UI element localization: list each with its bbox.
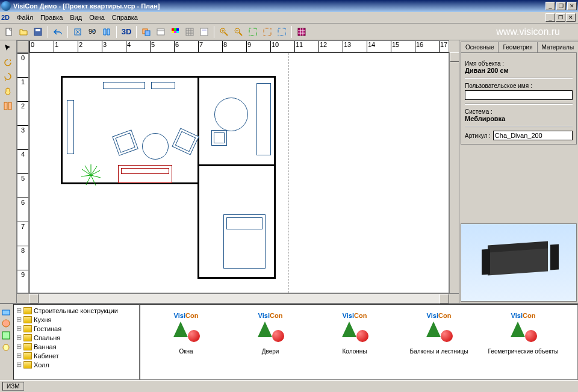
object-3d-preview[interactable] — [461, 223, 577, 302]
lib-mode-materials-icon[interactable] — [1, 319, 11, 328]
doc-minimize-button[interactable]: _ — [545, 13, 555, 22]
furniture-chair[interactable] — [211, 130, 227, 146]
menu-edit[interactable]: Правка — [37, 13, 66, 22]
lib-mode-textures-icon[interactable] — [1, 331, 11, 340]
tree-item[interactable]: ⊞Холл — [15, 360, 138, 369]
furniture-coffee-table[interactable] — [142, 133, 169, 160]
library-item[interactable]: VisiConДвери — [234, 310, 306, 375]
grid-button[interactable] — [183, 25, 196, 39]
move-tool-button[interactable] — [1, 70, 14, 84]
rotate-tool-button[interactable] — [1, 56, 14, 69]
tree-item[interactable]: ⊞Кабинет — [15, 351, 138, 360]
furniture-dining-table[interactable] — [214, 98, 248, 131]
watermark-text: www.visicon.ru — [496, 26, 560, 37]
lib-mode-objects-icon[interactable] — [1, 306, 11, 316]
svg-rect-20 — [200, 28, 208, 36]
svg-rect-13 — [174, 31, 176, 33]
library-item[interactable]: VisiConОкна — [150, 310, 222, 375]
zoom-all-button[interactable] — [275, 25, 288, 39]
menu-help[interactable]: Справка — [108, 13, 141, 22]
guide-line — [288, 53, 289, 293]
svg-rect-6 — [145, 31, 150, 36]
tree-item[interactable]: ⊞Строительные конструкции — [15, 306, 138, 315]
minimize-button[interactable]: _ — [545, 2, 555, 10]
menu-view[interactable]: Вид — [66, 13, 85, 22]
lib-mode-lights-icon[interactable] — [1, 343, 11, 352]
zoom-region-button[interactable] — [261, 25, 274, 39]
library-panel: ⊞Строительные конструкции⊞Кухня⊞Гостиная… — [0, 303, 578, 380]
scroll-right-button[interactable] — [440, 294, 449, 303]
scroll-left-button[interactable] — [29, 294, 39, 303]
svg-rect-29 — [249, 28, 256, 36]
svg-rect-31 — [278, 28, 285, 36]
tab-materials[interactable]: Материалы — [537, 42, 578, 52]
zoom-in-button[interactable] — [217, 25, 231, 39]
doc-close-button[interactable]: ✕ — [566, 13, 576, 22]
tree-item[interactable]: ⊞Ванная — [15, 342, 138, 351]
zoom-out-button[interactable] — [232, 25, 245, 39]
scrollbar-vertical[interactable] — [449, 52, 459, 293]
color-button[interactable] — [169, 25, 182, 39]
mirror-tool-button[interactable] — [1, 99, 14, 113]
undo-button[interactable] — [51, 25, 64, 39]
svg-rect-39 — [2, 310, 10, 315]
svg-rect-30 — [264, 28, 271, 36]
new-file-button[interactable] — [2, 25, 16, 39]
menu-file[interactable]: Файл — [13, 13, 37, 22]
properties-button[interactable] — [154, 25, 167, 39]
close-button[interactable]: ✕ — [567, 2, 577, 10]
pan-tool-button[interactable] — [1, 85, 14, 98]
status-mode: ИЗМ — [2, 382, 24, 391]
svg-rect-37 — [4, 102, 7, 110]
furniture-bed[interactable] — [223, 214, 266, 269]
library-tree[interactable]: ⊞Строительные конструкции⊞Кухня⊞Гостиная… — [13, 304, 140, 380]
svg-point-40 — [2, 320, 10, 327]
maximize-button[interactable]: ❐ — [556, 2, 566, 10]
furniture-shelf-2[interactable] — [151, 82, 175, 89]
svg-point-42 — [3, 344, 9, 350]
article-input[interactable] — [493, 131, 573, 140]
select-tool-button[interactable] — [1, 42, 14, 55]
tree-item[interactable]: ⊞Гостиная — [15, 324, 138, 333]
properties-panel: Основные Геометрия Материалы Имя объекта… — [459, 40, 578, 303]
furniture-sofa[interactable] — [118, 165, 172, 183]
tab-main[interactable]: Основные — [461, 42, 499, 52]
left-tool-palette — [0, 40, 17, 303]
open-file-button[interactable] — [17, 25, 30, 39]
flip-button[interactable] — [100, 25, 113, 39]
furniture-cabinet[interactable] — [256, 83, 271, 155]
layers-button[interactable] — [140, 25, 153, 39]
rotate-90-button[interactable]: 90 — [85, 25, 99, 39]
library-item[interactable]: VisiConКолонны — [319, 310, 391, 375]
menu-windows[interactable]: Окна — [85, 13, 108, 22]
svg-rect-12 — [172, 31, 174, 33]
tab-geometry[interactable]: Геометрия — [498, 42, 537, 52]
user-name-input[interactable] — [465, 90, 573, 100]
furniture-shelf-3[interactable] — [67, 100, 74, 154]
tree-item[interactable]: ⊞Спальня — [15, 333, 138, 342]
doc-restore-button[interactable]: ❐ — [556, 13, 565, 22]
floor-plan-canvas[interactable] — [29, 52, 449, 293]
zoom-fit-button[interactable] — [246, 25, 259, 39]
scroll-up-button[interactable] — [450, 52, 459, 62]
doc-layout-button[interactable] — [197, 25, 211, 39]
mode-indicator-2d: 2D — [1, 14, 10, 21]
scrollbar-horizontal[interactable] — [17, 293, 459, 303]
library-items: VisiConОкнаVisiConДвериVisiConКолонныVis… — [140, 304, 578, 380]
rotate-button[interactable] — [71, 25, 84, 39]
sofa-3d-icon — [477, 238, 561, 287]
svg-rect-11 — [176, 28, 179, 31]
save-file-button[interactable] — [31, 25, 45, 39]
hatch-button[interactable] — [295, 25, 308, 39]
library-item[interactable]: VisiConБалконы и лестницы — [403, 310, 475, 375]
furniture-plant[interactable] — [79, 163, 103, 187]
furniture-shelf-1[interactable] — [103, 82, 145, 89]
tree-item[interactable]: ⊞Кухня — [15, 315, 138, 324]
library-item[interactable]: VisiConГеометрические объекты — [487, 310, 559, 375]
app-icon — [1, 1, 11, 11]
svg-rect-41 — [2, 332, 10, 339]
view-3d-button[interactable]: 3D — [120, 25, 133, 39]
object-name-label: Имя объекта : — [465, 60, 573, 67]
svg-rect-2 — [36, 29, 40, 31]
menu-bar: 2D Файл Правка Вид Окна Справка _ ❐ ✕ — [0, 12, 578, 23]
